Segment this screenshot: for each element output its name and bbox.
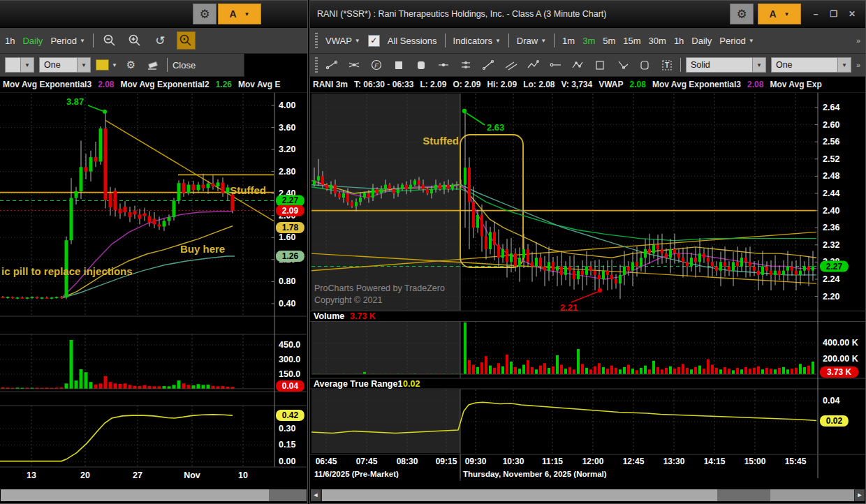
toolbar-item-3m[interactable]: 3m [582,36,595,46]
all-sessions-checkbox[interactable]: ✓ [368,35,380,47]
volume-tick-label: 450.0 [279,340,300,350]
toolbar-item-1h[interactable]: 1h [5,36,15,46]
settings-icon[interactable]: ⚙ [122,57,140,73]
color-swatch[interactable] [96,59,109,71]
drag-handle[interactable] [315,33,318,48]
price-badge-label: 2.09 [282,206,299,216]
scrollbar-track-2[interactable] [770,489,854,501]
scrollbar-thumb[interactable] [1,489,269,501]
toolbar-item-daily[interactable]: Daily [691,36,712,46]
scrollbar-thumb[interactable] [322,489,717,501]
scroll-left-arrow-icon[interactable]: ◄ [311,489,321,501]
chart-canvas-left[interactable]: 3.87StuffedBuy hereic pill to replace in… [0,90,307,504]
toolbar-overflow-icon[interactable]: » [856,61,860,69]
minimize-button[interactable]: – [807,9,825,19]
chevron-down-icon[interactable]: ▼ [20,58,34,72]
toolbar-dropdown-period[interactable]: Period▼ [50,36,85,46]
box-zoom-icon[interactable] [177,31,196,50]
toolbar-overflow-icon[interactable]: » [856,36,860,45]
reset-zoom-icon[interactable]: ↺ [152,32,169,49]
watermark-line2: Copyright © 2021 [314,295,383,305]
settings-gear-button[interactable]: ⚙ [730,3,754,24]
layout-profile-button[interactable]: A ▼ [218,3,261,24]
line-style-dropdown[interactable]: Solid▼ [686,57,766,73]
filled-rounded-rectangle-icon[interactable] [412,57,430,73]
toolbar-item-1h[interactable]: 1h [674,36,684,46]
data-line-field: Mov Avg Exponential3 [652,80,741,89]
elliott-wave-icon[interactable] [524,57,541,73]
data-line-field: V: 3,734 [562,80,593,89]
line-style-dropdown-partial[interactable]: ▼ [5,57,34,73]
horizontal-scrollbar-left[interactable] [1,489,307,501]
atr-tick-label: 0.00 [279,457,295,466]
profile-label: A [229,8,236,20]
atr-tick-label: 0.15 [279,440,295,450]
fibonacci-icon[interactable]: F [367,57,385,73]
color-swatch-picker[interactable]: ▼ [96,59,117,71]
layout-profile-button[interactable]: A ▼ [758,3,801,24]
toolbar-separator [508,34,509,47]
toolbar-dropdown-draw[interactable]: Draw▼ [517,36,546,46]
date-tick-label: 13 [27,470,36,480]
angle-icon[interactable] [613,57,631,73]
parallel-channel-icon[interactable] [501,57,519,73]
close-button[interactable]: ✕ [843,9,861,19]
horizontal-line-icon[interactable] [434,57,452,73]
crossline-icon[interactable] [345,57,362,73]
price-tick-label: 1.60 [279,232,295,242]
polyline-icon[interactable] [568,57,586,73]
chart-canvas-right[interactable]: ProCharts Powered by TradeZeroCopyright … [310,90,865,504]
chevron-down-icon[interactable]: ▼ [752,58,765,72]
line-width-dropdown[interactable]: One▼ [39,57,91,73]
chevron-down-icon[interactable]: ▼ [837,58,851,72]
dropdown-label: Draw [517,36,538,46]
drag-handle[interactable] [315,57,318,73]
price-tick-label: 2.64 [823,103,839,112]
svg-text:F: F [374,62,379,69]
scroll-right-arrow-icon[interactable]: ► [855,489,865,501]
price-tick-label: 2.52 [823,154,839,164]
toolbar-dropdown-indicators[interactable]: Indicators▼ [453,36,501,46]
toolbar-item-5m[interactable]: 5m [603,36,615,46]
time-tick-label: 12:00 [582,457,604,466]
line-width-dropdown-value: One [776,60,793,70]
chevron-down-icon: ▼ [244,11,250,17]
date-tick-label: Nov [184,470,200,480]
scrollbar-track[interactable] [717,489,770,501]
toolbar-item-1m[interactable]: 1m [562,36,575,46]
scrollbar-track[interactable] [269,489,307,501]
maximize-button[interactable]: ❐ [825,9,843,19]
price-tick-label: 2.44 [823,188,839,198]
toolbar-dropdown-vwap[interactable]: VWAP▼ [325,36,360,46]
line-width-dropdown[interactable]: One▼ [771,57,851,73]
trendline-icon[interactable] [323,57,340,73]
chart-window-left: ⚙ A ▼ 1hDailyPeriod▼↺ ▼One▼▼⚙Close Mov A… [0,0,308,504]
date-tick-label: 20 [80,470,90,480]
close-drawing-button[interactable]: Close [173,60,196,71]
atr-badge-label: 0.02 [826,416,843,426]
toolbar-dropdown-period[interactable]: Period▼ [719,36,754,46]
zoom-out-icon[interactable] [101,32,119,49]
ray-icon[interactable] [546,57,564,73]
toolbar-item-all-sessions[interactable]: All Sessions [388,36,437,46]
toolbar-item-daily[interactable]: Daily [22,36,43,46]
price-tick-label: 2.80 [279,167,295,177]
pane-separators [0,316,307,406]
toolbar-item-30m[interactable]: 30m [649,36,666,46]
rectangle-icon[interactable] [591,57,608,73]
chart-window-right: RANI (*SSR*) : Rani Therapeutics Holding… [309,0,866,504]
text-tool-icon[interactable]: T [658,57,675,73]
parallel-horizontal-lines-icon[interactable] [457,57,474,73]
eraser-icon[interactable] [145,57,162,73]
volume-badge-label: 3.73 K [827,367,852,377]
filled-rectangle-icon[interactable] [390,57,407,73]
settings-gear-button[interactable]: ⚙ [193,3,216,24]
chevron-down-icon: ▼ [495,38,501,44]
trend-segment-icon[interactable] [479,57,497,73]
chevron-down-icon[interactable]: ▼ [77,58,90,72]
rounded-rectangle-icon[interactable] [636,57,653,73]
horizontal-scrollbar-right[interactable]: ◄ ► [311,489,865,501]
toolbar-item-15m[interactable]: 15m [623,36,640,46]
toolbar-indicators-right: VWAP▼✓All SessionsIndicators▼Draw▼1m3m5m… [310,28,865,54]
zoom-in-icon[interactable] [126,32,144,49]
